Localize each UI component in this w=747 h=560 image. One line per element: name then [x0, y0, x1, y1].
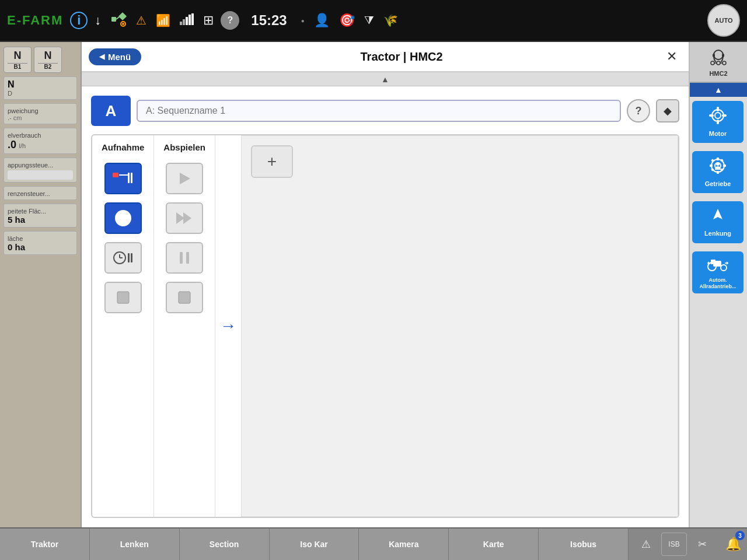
time-pause-button[interactable]	[104, 242, 142, 274]
abspielen-stop-button[interactable]	[166, 282, 203, 313]
lenkung-button[interactable]: Lenkung	[692, 201, 743, 243]
abspielen-pause-button[interactable]	[166, 242, 203, 274]
getriebe-button[interactable]: Getriebe	[692, 151, 743, 193]
motor-label: Motor	[709, 130, 727, 137]
svg-point-31	[717, 61, 720, 65]
svg-rect-13	[131, 173, 132, 183]
satellite-icon	[108, 10, 129, 32]
info-icon[interactable]: i	[70, 12, 88, 29]
grid-icon[interactable]: ⊞	[201, 12, 216, 29]
svg-rect-10	[113, 173, 118, 177]
close-button[interactable]: ✕	[662, 47, 682, 66]
svg-point-4	[122, 23, 124, 25]
svg-rect-26	[179, 292, 190, 303]
tractor-field-icon[interactable]: 🌾	[381, 12, 400, 29]
scroll-up-area[interactable]: ▲	[82, 72, 689, 86]
sequence-a-button[interactable]: A	[91, 96, 131, 126]
svg-point-32	[722, 61, 726, 65]
main-area: N B1 N B2 N D pweichung .- cm elverbrauc…	[0, 42, 747, 527]
getriebe-label: Getriebe	[705, 180, 731, 187]
getriebe-icon	[709, 157, 727, 178]
bottom-tabbar: Traktor Lenken Section Iso Kar Kamera Ka…	[0, 527, 747, 560]
user-icon[interactable]: 👤	[312, 12, 332, 29]
warning-icon-button[interactable]: ⚠	[634, 533, 658, 556]
tab-traktor[interactable]: Traktor	[0, 528, 90, 560]
step-forward-button[interactable]	[166, 202, 203, 234]
svg-rect-9	[191, 13, 194, 25]
svg-rect-7	[186, 17, 188, 25]
speedometer-icon[interactable]: 🎯	[337, 12, 357, 29]
sequence-header: A ? ◆	[91, 96, 679, 126]
menu-button[interactable]: Menü	[89, 48, 141, 65]
scroll-up-arrow-icon: ▲	[381, 75, 389, 84]
record-button[interactable]	[104, 202, 142, 234]
svg-rect-24	[180, 252, 183, 264]
help-circle-icon[interactable]: ?	[221, 11, 239, 30]
svg-rect-40	[722, 114, 727, 117]
play-button[interactable]	[166, 163, 203, 194]
add-button[interactable]: +	[251, 145, 293, 178]
kraftstoff-box: elverbrauch .0 l/h	[4, 128, 77, 154]
sequence-name-input[interactable]	[137, 100, 621, 122]
equalizer-icon[interactable]: ⧩	[362, 13, 376, 29]
sequence-arrow-button[interactable]: ◆	[656, 99, 679, 123]
scissors-icon: ✂	[698, 538, 707, 551]
kupplung-box: appungssteue...	[4, 158, 77, 183]
aufnahme-stop-button[interactable]	[104, 282, 142, 313]
svg-rect-18	[128, 253, 130, 262]
abweichung-box: pweichung .- cm	[4, 103, 77, 124]
svg-rect-56	[711, 260, 715, 264]
controls-right: +	[241, 135, 678, 517]
signal-bars-icon	[177, 12, 196, 29]
motor-button[interactable]: Motor	[692, 101, 743, 143]
svg-marker-52	[713, 209, 722, 219]
svg-rect-5	[180, 22, 182, 25]
nd-box: N D	[4, 76, 77, 100]
svg-point-30	[711, 61, 714, 65]
svg-rect-8	[189, 15, 191, 25]
lenkung-label: Lenkung	[704, 230, 731, 237]
auto-button[interactable]: AUTO	[707, 4, 740, 37]
svg-point-27	[714, 50, 723, 60]
bottom-icons: ⚠ ISB ✂	[629, 528, 720, 560]
svg-marker-23	[183, 212, 191, 224]
bell-button[interactable]: 🔔 3	[720, 528, 747, 560]
n2-box: N B2	[34, 47, 62, 73]
isb-icon-button[interactable]: ISB	[661, 533, 687, 556]
motor-icon	[709, 107, 727, 128]
bell-badge-count: 3	[735, 531, 745, 540]
tab-isokar[interactable]: Iso Kar	[270, 528, 359, 560]
hmc2-section: HMC2	[690, 42, 747, 83]
svg-rect-12	[128, 173, 130, 183]
svg-rect-39	[709, 114, 714, 117]
svg-point-14	[115, 210, 131, 226]
svg-point-51	[716, 162, 720, 166]
allradantrieb-button[interactable]: Autom.Allradantrieb...	[692, 251, 743, 293]
nb-row: N B1 N B2	[4, 47, 77, 73]
wifi-icon: 📶	[153, 12, 173, 29]
hmc2-label: HMC2	[709, 70, 727, 77]
svg-marker-22	[176, 212, 184, 224]
tab-lenken[interactable]: Lenken	[90, 528, 180, 560]
lenkung-icon	[710, 208, 726, 228]
svg-point-54	[721, 265, 727, 271]
svg-rect-47	[711, 159, 714, 162]
svg-rect-25	[186, 252, 189, 264]
record-pause-button[interactable]	[104, 163, 142, 194]
grenzen-box: renzensteuer...	[4, 186, 77, 200]
abspielen-header: Abspielen	[163, 142, 205, 152]
separator-arrow: →	[215, 135, 241, 517]
main-panel: Menü Tractor | HMC2 ✕ ▲ A ? ◆ Aufnahme	[82, 42, 689, 527]
abspielen-column: Abspielen	[154, 135, 215, 517]
svg-marker-60	[727, 261, 728, 265]
status-bar-right: AUTO	[707, 4, 740, 37]
tab-karte[interactable]: Karte	[449, 528, 539, 560]
tab-kamera[interactable]: Kamera	[359, 528, 449, 560]
right-scroll-arrow[interactable]: ▲	[690, 83, 747, 97]
scissors-icon-button[interactable]: ✂	[690, 533, 714, 556]
sequence-help-button[interactable]: ?	[627, 99, 650, 123]
svg-rect-45	[710, 164, 713, 167]
allradantrieb-icon	[706, 255, 729, 275]
tab-isobus[interactable]: Isobus	[539, 528, 629, 560]
tab-section[interactable]: Section	[180, 528, 270, 560]
